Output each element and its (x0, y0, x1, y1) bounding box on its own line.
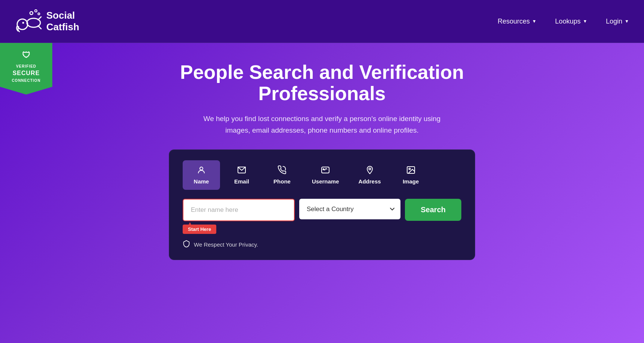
email-icon (237, 166, 246, 176)
svg-point-12 (409, 168, 410, 170)
phone-icon (278, 166, 287, 176)
navbar: Social Catfish Resources ▼ Lookups ▼ Log… (0, 0, 644, 43)
tab-phone[interactable]: Phone (263, 160, 301, 190)
badge-verified: VERIFIED (16, 64, 36, 68)
username-icon (321, 166, 330, 176)
hero-title: People Search and Verification Professio… (154, 62, 490, 104)
svg-point-4 (35, 10, 37, 12)
chevron-down-icon: ▼ (583, 19, 587, 24)
tab-email[interactable]: Email (223, 160, 260, 190)
nav-lookups[interactable]: Lookups ▼ (555, 18, 587, 25)
privacy-text: We Respect Your Privacy. (194, 241, 258, 248)
svg-point-6 (200, 167, 203, 170)
badge-secure: SECURE (13, 70, 40, 76)
search-form: Start Here Select a Country United State… (183, 199, 461, 221)
hero-section: 🛡 VERIFIED SECURE CONNECTION People Sear… (0, 43, 644, 275)
badge-connection: CONNECTION (12, 78, 40, 83)
country-select[interactable]: Select a Country United States Canada Un… (299, 199, 400, 219)
tab-name[interactable]: Name (183, 160, 220, 190)
svg-point-3 (30, 12, 33, 15)
tab-username[interactable]: Username (304, 160, 347, 190)
chevron-down-icon: ▼ (532, 19, 536, 24)
person-icon (197, 166, 206, 176)
svg-point-0 (17, 19, 28, 30)
nav-links: Resources ▼ Lookups ▼ Login ▼ (498, 18, 629, 25)
name-input-wrapper: Start Here (183, 199, 295, 221)
secure-badge: 🛡 VERIFIED SECURE CONNECTION (0, 43, 52, 95)
search-tabs: Name Email Phone (183, 160, 461, 190)
svg-point-5 (38, 13, 40, 15)
logo-text: Social Catfish (46, 10, 79, 33)
tab-address[interactable]: Address (350, 160, 389, 190)
logo-icon (15, 8, 42, 35)
svg-point-9 (323, 169, 324, 170)
start-here-badge: Start Here (183, 225, 216, 234)
svg-point-2 (22, 22, 24, 24)
search-card: Name Email Phone (169, 149, 475, 260)
image-icon (406, 166, 415, 176)
tab-image[interactable]: Image (392, 160, 430, 190)
shield-icon: 🛡 (4, 50, 48, 61)
address-icon (365, 166, 374, 176)
svg-rect-8 (322, 167, 329, 173)
hero-subtitle: We help you find lost connections and ve… (191, 113, 453, 136)
nav-login[interactable]: Login ▼ (606, 18, 629, 25)
svg-point-10 (369, 168, 371, 170)
privacy-row: We Respect Your Privacy. (183, 240, 461, 249)
logo[interactable]: Social Catfish (15, 8, 79, 35)
name-input[interactable] (183, 199, 295, 221)
chevron-down-icon: ▼ (625, 19, 629, 24)
search-button[interactable]: Search (405, 199, 461, 221)
shield-privacy-icon (183, 240, 190, 249)
nav-resources[interactable]: Resources ▼ (498, 18, 536, 25)
